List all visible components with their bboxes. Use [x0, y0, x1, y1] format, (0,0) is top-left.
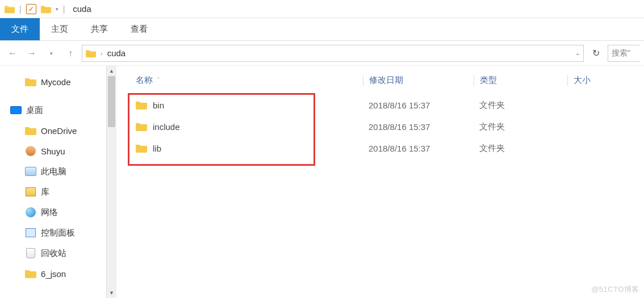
- tab-share[interactable]: 共享: [80, 18, 119, 40]
- network-icon: [25, 207, 36, 218]
- watermark: @51CTO博客: [591, 284, 639, 295]
- scroll-up-icon[interactable]: ▲: [107, 66, 116, 76]
- file-type: 文件夹: [474, 143, 567, 154]
- breadcrumb-current[interactable]: cuda: [107, 48, 126, 58]
- nav-tree: Mycode 桌面 OneDrive Shuyu 此电脑 库: [0, 66, 106, 298]
- column-header-type[interactable]: 类型: [474, 75, 567, 86]
- folder-icon: [25, 76, 36, 87]
- qat-properties-icon[interactable]: ✓: [26, 4, 36, 14]
- sidebar-item-label: 库: [41, 187, 49, 198]
- refresh-button[interactable]: ↻: [587, 45, 604, 62]
- sidebar-item-recycle-bin[interactable]: 回收站: [0, 243, 106, 263]
- sidebar-item-onedrive[interactable]: OneDrive: [0, 120, 106, 141]
- sidebar-item-label: 桌面: [26, 105, 43, 116]
- sidebar-item-network[interactable]: 网络: [0, 202, 106, 223]
- file-name: bin: [153, 100, 164, 110]
- chevron-right-icon[interactable]: ›: [101, 50, 103, 57]
- folder-icon: [136, 142, 147, 154]
- titlebar: | ✓ ▾ | cuda: [0, 0, 644, 18]
- file-name: include: [153, 122, 180, 132]
- qat-dropdown-icon[interactable]: ▾: [56, 6, 58, 12]
- sidebar-item-label: 6_json: [41, 269, 66, 279]
- pc-icon: [25, 166, 36, 177]
- file-name: lib: [153, 144, 161, 153]
- up-button[interactable]: ↑: [62, 45, 78, 61]
- file-rows: bin 2018/8/16 15:37 文件夹 include 2018/8/1…: [116, 94, 644, 159]
- file-row[interactable]: include 2018/8/16 15:37 文件夹: [116, 116, 644, 137]
- file-date: 2018/8/16 15:37: [363, 122, 474, 132]
- sidebar-item-libraries[interactable]: 库: [0, 182, 106, 202]
- scroll-down-icon[interactable]: ▼: [107, 288, 116, 298]
- sidebar-item-label: Mycode: [41, 77, 71, 87]
- tab-home[interactable]: 主页: [40, 18, 80, 40]
- sidebar-item-label: 网络: [41, 207, 58, 218]
- user-icon: [25, 145, 36, 157]
- ribbon: 文件 主页 共享 查看: [0, 18, 644, 41]
- address-dropdown-icon[interactable]: ⌄: [575, 50, 580, 56]
- folder-icon: [25, 268, 36, 279]
- content-pane: 名称 ˆ 修改日期 类型 大小 bin 2018/8/16 15:37 文件夹 …: [116, 66, 644, 298]
- column-headers: 名称 ˆ 修改日期 类型 大小: [116, 72, 644, 89]
- sidebar-item-label: 回收站: [41, 248, 66, 259]
- sidebar-item-label: 此电脑: [41, 166, 66, 177]
- folder-icon: [25, 125, 36, 136]
- column-header-date[interactable]: 修改日期: [363, 75, 474, 86]
- sidebar-item-mycode[interactable]: Mycode: [0, 72, 106, 92]
- recycle-bin-icon: [25, 247, 36, 259]
- sidebar-item-desktop[interactable]: 桌面: [0, 100, 106, 120]
- folder-icon: [136, 99, 147, 111]
- history-dropdown-icon[interactable]: ▾: [43, 45, 59, 61]
- folder-icon: [86, 48, 96, 58]
- sidebar-item-control-panel[interactable]: 控制面板: [0, 223, 106, 243]
- file-row[interactable]: lib 2018/8/16 15:37 文件夹: [116, 137, 644, 159]
- sidebar-item-shuyu[interactable]: Shuyu: [0, 141, 106, 161]
- column-header-size[interactable]: 大小: [567, 75, 591, 86]
- sidebar-scrollbar[interactable]: ▲ ▼: [106, 66, 116, 298]
- tab-view[interactable]: 查看: [119, 18, 159, 40]
- sidebar-item-this-pc[interactable]: 此电脑: [0, 161, 106, 182]
- folder-icon: [136, 121, 147, 132]
- file-row[interactable]: bin 2018/8/16 15:37 文件夹: [116, 94, 644, 116]
- file-type: 文件夹: [474, 121, 567, 132]
- sort-asc-icon: ˆ: [157, 77, 159, 83]
- forward-button[interactable]: →: [24, 45, 40, 61]
- sidebar-item-label: OneDrive: [41, 126, 77, 136]
- file-date: 2018/8/16 15:37: [363, 144, 474, 153]
- window-title: cuda: [73, 4, 91, 14]
- sidebar-item-label: 控制面板: [41, 228, 75, 238]
- qat-folder-icon[interactable]: [41, 4, 51, 14]
- scroll-thumb[interactable]: [108, 76, 115, 127]
- sidebar: Mycode 桌面 OneDrive Shuyu 此电脑 库: [0, 66, 116, 298]
- address-bar[interactable]: › cuda ⌄: [82, 45, 584, 62]
- desktop-icon: [10, 104, 22, 116]
- folder-icon: [5, 4, 15, 14]
- navbar: ← → ▾ ↑ › cuda ⌄ ↻ 搜索": [0, 41, 644, 66]
- sidebar-item-6json[interactable]: 6_json: [0, 263, 106, 284]
- separator: |: [63, 5, 65, 14]
- control-panel-icon: [25, 227, 36, 238]
- search-input[interactable]: 搜索": [608, 45, 639, 62]
- main-split: Mycode 桌面 OneDrive Shuyu 此电脑 库: [0, 66, 644, 298]
- file-date: 2018/8/16 15:37: [363, 100, 474, 110]
- tab-file[interactable]: 文件: [0, 18, 40, 40]
- library-icon: [25, 186, 36, 198]
- column-header-name[interactable]: 名称 ˆ: [136, 75, 363, 86]
- sidebar-item-label: Shuyu: [41, 146, 65, 156]
- separator: |: [19, 5, 22, 14]
- file-type: 文件夹: [474, 100, 567, 111]
- back-button[interactable]: ←: [5, 45, 20, 61]
- column-header-label: 名称: [136, 75, 153, 86]
